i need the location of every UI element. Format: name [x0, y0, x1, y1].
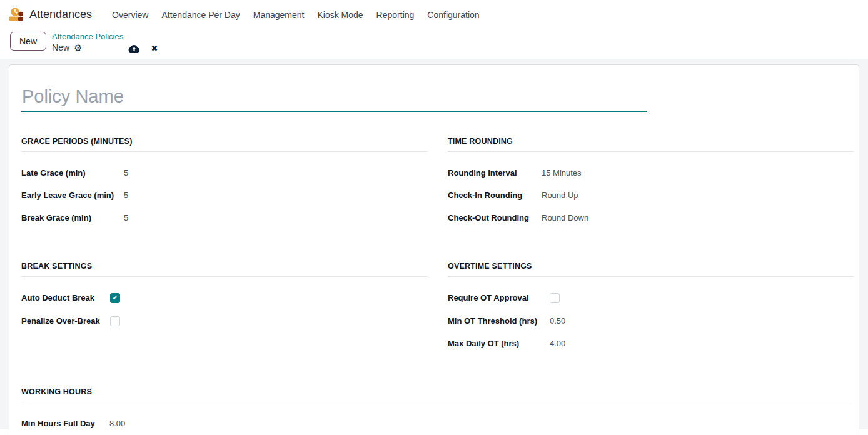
auto-deduct-break-checkbox[interactable]	[110, 293, 120, 303]
field-label: Min OT Threshold (hrs)	[448, 316, 550, 326]
field-early-leave-grace: Early Leave Grace (min) 5	[21, 191, 427, 200]
nav-item-kiosk-mode[interactable]: Kiosk Mode	[311, 6, 369, 24]
field-penalize-over-break: Penalize Over-Break	[21, 316, 427, 326]
field-value[interactable]: 5	[124, 168, 128, 178]
nav-item-management[interactable]: Management	[247, 6, 311, 24]
policy-form-card: GRACE PERIODS (MINUTES) Late Grace (min)…	[9, 64, 859, 435]
nav-item-overview[interactable]: Overview	[106, 6, 154, 24]
field-value[interactable]: 5	[124, 191, 128, 200]
field-label: Early Leave Grace (min)	[21, 191, 124, 200]
field-label: Break Grace (min)	[21, 213, 124, 222]
top-header: Attendances Overview Attendance Per Day …	[0, 0, 868, 59]
new-button[interactable]: New	[10, 32, 46, 51]
content-area: GRACE PERIODS (MINUTES) Late Grace (min)…	[0, 59, 868, 429]
breadcrumb-parent-link[interactable]: Attendance Policies	[52, 32, 158, 42]
field-checkout-rounding: Check-Out Rounding Round Down	[448, 213, 854, 222]
field-label: Penalize Over-Break	[21, 316, 110, 326]
field-break-grace: Break Grace (min) 5	[21, 213, 427, 222]
section-grace-periods: GRACE PERIODS (MINUTES) Late Grace (min)…	[21, 137, 427, 236]
field-label: Min Hours Full Day	[21, 419, 109, 428]
policy-name-input[interactable]	[21, 86, 647, 112]
field-auto-deduct-break: Auto Deduct Break	[21, 293, 427, 303]
nav-item-attendance-per-day[interactable]: Attendance Per Day	[155, 6, 246, 24]
field-value[interactable]: 15 Minutes	[542, 168, 582, 178]
field-label: Require OT Approval	[448, 293, 550, 302]
field-value[interactable]: 8.00	[109, 419, 125, 428]
form-sections: GRACE PERIODS (MINUTES) Late Grace (min)…	[21, 137, 854, 435]
field-checkin-rounding: Check-In Rounding Round Up	[448, 191, 854, 200]
breadcrumb: Attendance Policies New ⚙ ✖	[52, 32, 158, 54]
attendances-app-icon[interactable]	[6, 6, 24, 24]
section-title: BREAK SETTINGS	[21, 262, 427, 277]
field-value[interactable]: Round Up	[542, 191, 578, 200]
field-label: Auto Deduct Break	[21, 293, 110, 302]
section-break-settings: BREAK SETTINGS Auto Deduct Break Penaliz…	[21, 262, 427, 361]
field-min-ot-threshold: Min OT Threshold (hrs) 0.50	[448, 316, 854, 326]
discard-x-icon[interactable]: ✖	[151, 44, 158, 52]
field-label: Check-Out Rounding	[448, 213, 542, 222]
field-value[interactable]: 4.00	[550, 339, 565, 348]
section-time-rounding: TIME ROUNDING Rounding Interval 15 Minut…	[448, 137, 854, 236]
field-rounding-interval: Rounding Interval 15 Minutes	[448, 168, 854, 178]
gear-icon[interactable]: ⚙	[74, 44, 82, 53]
field-label: Check-In Rounding	[448, 191, 542, 200]
field-require-ot-approval: Require OT Approval	[448, 293, 854, 303]
field-value[interactable]: 0.50	[550, 316, 565, 326]
nav-item-reporting[interactable]: Reporting	[370, 6, 421, 24]
field-label: Late Grace (min)	[21, 168, 124, 178]
field-value[interactable]: 5	[124, 213, 128, 222]
save-cloud-icon[interactable]	[128, 44, 140, 53]
section-overtime-settings: OVERTIME SETTINGS Require OT Approval Mi…	[448, 262, 854, 361]
field-min-hours-full-day: Min Hours Full Day 8.00	[21, 419, 854, 428]
app-title[interactable]: Attendances	[29, 8, 92, 21]
section-title: GRACE PERIODS (MINUTES)	[21, 137, 427, 152]
control-panel: New Attendance Policies New ⚙ ✖	[0, 29, 868, 54]
section-working-hours: WORKING HOURS Min Hours Full Day 8.00 Mi…	[21, 388, 854, 435]
breadcrumb-current: New	[52, 42, 69, 54]
field-value[interactable]: Round Down	[542, 213, 588, 222]
nav-item-configuration[interactable]: Configuration	[421, 6, 485, 24]
field-label: Rounding Interval	[448, 168, 542, 178]
app-menu: Overview Attendance Per Day Management K…	[106, 6, 487, 24]
section-title: WORKING HOURS	[21, 388, 854, 402]
field-late-grace: Late Grace (min) 5	[21, 168, 427, 178]
section-title: OVERTIME SETTINGS	[448, 262, 854, 277]
field-max-daily-ot: Max Daily OT (hrs) 4.00	[448, 339, 854, 348]
field-label: Max Daily OT (hrs)	[448, 339, 550, 348]
penalize-over-break-checkbox[interactable]	[110, 316, 120, 326]
section-title: TIME ROUNDING	[448, 137, 854, 152]
nav-bar: Attendances Overview Attendance Per Day …	[0, 0, 868, 29]
require-ot-approval-checkbox[interactable]	[550, 293, 560, 303]
